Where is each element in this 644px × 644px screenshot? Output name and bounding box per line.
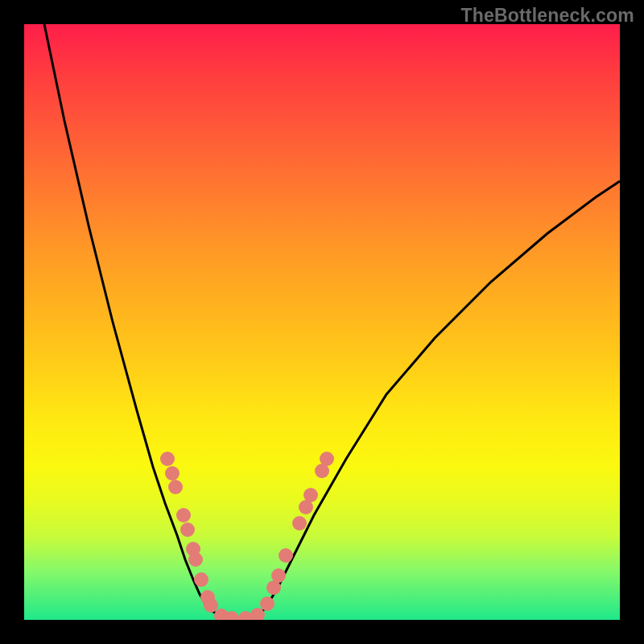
bottleneck-curve [24, 24, 620, 620]
plot-area [24, 24, 620, 620]
highlight-dot [279, 548, 293, 563]
highlight-dot [260, 597, 275, 611]
highlight-dot [188, 552, 203, 567]
highlight-dot [225, 611, 239, 620]
highlight-dot [194, 572, 208, 587]
highlight-dot [303, 488, 318, 502]
highlight-dot [168, 480, 183, 494]
highlight-dot [180, 522, 195, 537]
highlight-dot [160, 452, 175, 466]
highlight-dot [176, 508, 191, 522]
highlight-dot [320, 452, 334, 466]
chart-frame: TheBottleneck.com [0, 0, 644, 644]
highlight-dot [165, 466, 180, 481]
highlight-dot [292, 516, 307, 530]
watermark-label: TheBottleneck.com [460, 5, 634, 27]
highlight-dot [271, 568, 286, 583]
